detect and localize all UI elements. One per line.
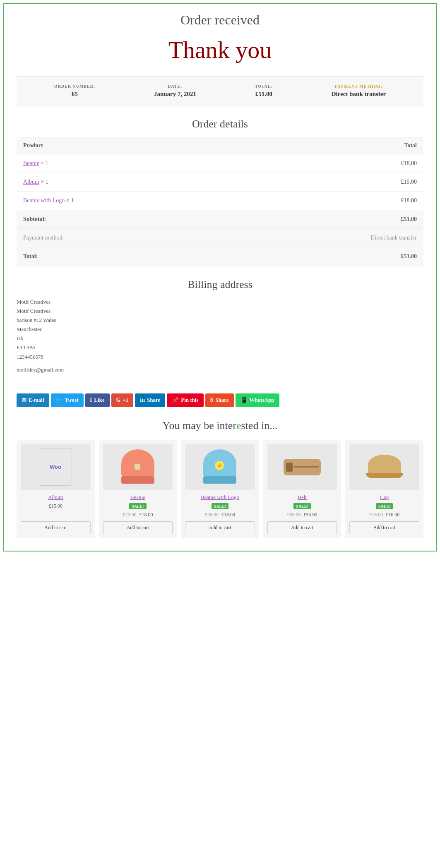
social-google-button[interactable]: G+1 xyxy=(111,393,134,407)
billing-email: motifdev@gmail.com xyxy=(17,367,423,373)
social-pinterest-button[interactable]: 📌Pin this xyxy=(167,393,203,407)
product-name[interactable]: Beanie xyxy=(130,494,145,501)
social-facebook-button[interactable]: fLike xyxy=(85,393,110,407)
total-label: TOTAL: xyxy=(255,84,273,89)
sale-badge: SALE! xyxy=(293,503,310,509)
product-price: £20.00 £18.00 xyxy=(123,512,153,518)
new-price: £55.00 xyxy=(304,512,317,518)
add-to-cart-button[interactable]: Add to cart xyxy=(103,521,173,534)
social-label: Like xyxy=(94,397,104,403)
product-link[interactable]: Beanie xyxy=(23,160,39,166)
payment-method-row-value: Direct bank transfer xyxy=(227,229,423,247)
product-card: 😊 Beanie with Logo SALE! £20.00 £18.00 A… xyxy=(181,440,259,538)
table-row: Beanie × 1 £18.00 xyxy=(17,154,423,173)
product-image xyxy=(103,444,173,490)
product-link[interactable]: Beanie with Logo xyxy=(23,197,65,204)
social-label: WhatsApp xyxy=(250,397,274,403)
new-price: £16.00 xyxy=(386,512,399,518)
social-twitter-button[interactable]: 🐦Tweet xyxy=(51,393,84,407)
order-meta-bar: ORDER NUMBER: 65 DATE: January 7, 2021 T… xyxy=(17,76,423,106)
address-line: Manchester xyxy=(17,325,423,334)
old-price: £20.00 xyxy=(205,512,219,518)
sale-badge: SALE! xyxy=(212,503,228,509)
whatsapp-icon: 📱 xyxy=(240,397,248,404)
social-stumble-button[interactable]: SShare xyxy=(205,393,234,407)
address-line: Motif Creatives xyxy=(17,307,423,316)
total-item: TOTAL: £51.00 xyxy=(255,84,273,98)
address-line: 1234456678 xyxy=(17,352,423,362)
order-details-title: Order details xyxy=(17,118,423,130)
social-share-bar: ✉E-mail🐦TweetfLikeG+1inShare📌Pin thisSSh… xyxy=(17,393,423,407)
date-item: DATE: January 7, 2021 xyxy=(154,84,196,98)
new-price: £18.00 xyxy=(221,512,235,518)
product-link[interactable]: Album xyxy=(23,179,39,185)
product-name[interactable]: Cap xyxy=(380,494,389,501)
add-to-cart-button[interactable]: Add to cart xyxy=(185,521,255,534)
email-icon: ✉ xyxy=(22,397,26,404)
product-name[interactable]: Beanie with Logo xyxy=(201,494,239,501)
add-to-cart-button[interactable]: Add to cart xyxy=(21,521,91,534)
sale-badge: SALE! xyxy=(129,503,146,509)
product-image: 😊 xyxy=(185,444,255,490)
add-to-cart-button[interactable]: Add to cart xyxy=(349,521,419,534)
product-price-cell: £18.00 xyxy=(227,154,423,173)
order-details-table: Product Total Beanie × 1 £18.00 Album × … xyxy=(17,137,423,266)
thank-you-section: Thank you xyxy=(17,36,423,64)
belt-image xyxy=(284,459,321,475)
product-card: Woo Album £15.00 Add to cart xyxy=(17,440,95,538)
thank-you-text: Thank you xyxy=(168,36,272,64)
order-number-label: ORDER NUMBER: xyxy=(54,84,95,89)
product-price: £65.00 £55.00 xyxy=(287,512,317,518)
product-name[interactable]: Belt xyxy=(298,494,307,501)
product-price-cell: £15.00 xyxy=(227,173,423,192)
address-line: Uk xyxy=(17,334,423,343)
social-label: Share xyxy=(215,397,228,403)
new-price: £18.00 xyxy=(139,512,153,518)
order-number-value: 65 xyxy=(72,91,78,97)
social-linkedin-button[interactable]: inShare xyxy=(135,393,165,407)
product-cell: Beanie × 1 xyxy=(17,154,227,173)
products-grid: Woo Album £15.00 Add to cart Beanie SALE… xyxy=(17,440,423,538)
social-label: Pin this xyxy=(181,397,198,403)
add-to-cart-button[interactable]: Add to cart xyxy=(267,521,337,534)
page-wrapper: Order received Thank you ORDER NUMBER: 6… xyxy=(3,3,437,551)
subtotal-value: £51.00 xyxy=(227,210,423,229)
cap-image xyxy=(368,455,401,480)
order-number-item: ORDER NUMBER: 65 xyxy=(54,84,95,98)
social-email-button[interactable]: ✉E-mail xyxy=(17,393,49,407)
billing-title: Billing address xyxy=(17,278,423,291)
payment-method-item: PAYMENT METHOD: Direct bank transfer xyxy=(332,84,386,98)
interested-section: You may be interested in... Woo Album £1… xyxy=(17,420,423,538)
old-price: £65.00 xyxy=(287,512,301,518)
linkedin-icon: in xyxy=(140,397,145,403)
product-image xyxy=(349,444,419,490)
regular-price: £15.00 xyxy=(49,503,63,509)
product-quantity: × 1 xyxy=(66,197,74,204)
col-product: Product xyxy=(17,137,227,154)
divider xyxy=(17,385,423,385)
product-cell: Album × 1 xyxy=(17,173,227,192)
social-whatsapp-button[interactable]: 📱WhatsApp xyxy=(236,393,279,407)
pinterest-icon: 📌 xyxy=(172,397,179,404)
product-card: Cap SALE! £18.00 £16.00 Add to cart xyxy=(345,440,423,538)
total-row-value: £51.00 xyxy=(227,247,423,266)
interested-title-highlight: e xyxy=(236,420,241,432)
social-label: Share xyxy=(147,397,160,403)
payment-method-row-label: Payment method: xyxy=(17,229,227,247)
table-row: Album × 1 £15.00 xyxy=(17,173,423,192)
social-label: E-mail xyxy=(29,397,44,403)
total-value: £51.00 xyxy=(255,91,272,97)
col-total: Total xyxy=(227,137,423,154)
product-name[interactable]: Album xyxy=(48,494,63,501)
total-row-label: Total: xyxy=(17,247,227,266)
table-row: Beanie with Logo × 1 £18.00 xyxy=(17,192,423,210)
billing-address: Motif CreativesMotif Creativesbarison #1… xyxy=(17,297,423,362)
product-quantity: × 1 xyxy=(41,179,48,185)
google-icon: G xyxy=(116,397,121,403)
beanie-logo-image: 😊 xyxy=(203,449,236,484)
product-card: Beanie SALE! £20.00 £18.00 Add to cart xyxy=(99,440,177,538)
subtotal-label: Subtotal: xyxy=(17,210,227,229)
product-price-cell: £18.00 xyxy=(227,192,423,210)
social-label: +1 xyxy=(123,397,128,403)
old-price: £18.00 xyxy=(369,512,383,518)
